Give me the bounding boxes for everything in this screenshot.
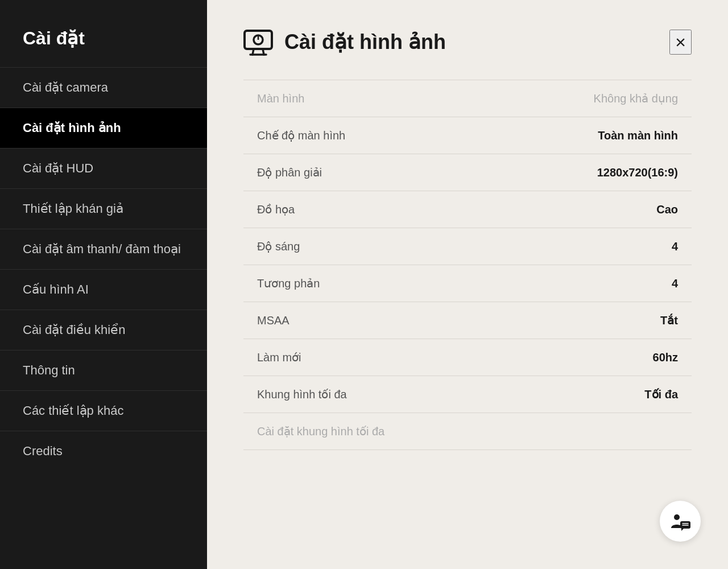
monitor-icon — [243, 27, 273, 57]
sidebar-item-thong-tin[interactable]: Thông tin — [0, 350, 207, 390]
sidebar-item-credits[interactable]: Credits — [0, 431, 207, 471]
setting-value-man-hinh: Không khả dụng — [468, 80, 692, 117]
sidebar-item-thiet-lap-khac[interactable]: Các thiết lập khác — [0, 390, 207, 431]
settings-row-man-hinh: Màn hìnhKhông khả dụng — [243, 80, 692, 117]
setting-value-do-phan-giai: 1280x720(16:9) — [468, 154, 692, 191]
close-button[interactable]: × — [669, 30, 692, 55]
setting-label-khung-hinh: Khung hình tối đa — [243, 376, 468, 413]
chat-icon — [669, 510, 692, 533]
page-title: Cài đặt hình ảnh — [284, 30, 446, 54]
main-header: Cài đặt hình ảnh × — [243, 27, 692, 57]
sidebar-item-hud[interactable]: Cài đặt HUD — [0, 148, 207, 188]
sidebar-item-camera[interactable]: Cài đặt camera — [0, 67, 207, 108]
setting-label-cai-dat-khung: Cài đặt khung hình tối đa — [243, 413, 468, 450]
setting-value-do-hoa: Cao — [468, 191, 692, 228]
setting-label-do-hoa: Đồ họa — [243, 191, 468, 228]
settings-row-do-sang[interactable]: Độ sáng4 — [243, 228, 692, 265]
setting-label-do-phan-giai: Độ phân giải — [243, 154, 468, 191]
settings-row-che-do[interactable]: Chế độ màn hìnhToàn màn hình — [243, 117, 692, 154]
setting-label-che-do: Chế độ màn hình — [243, 117, 468, 154]
sidebar-item-am-thanh[interactable]: Cài đặt âm thanh/ đàm thoại — [0, 229, 207, 269]
setting-value-khung-hinh: Tối đa — [468, 376, 692, 413]
settings-row-do-hoa[interactable]: Đồ họaCao — [243, 191, 692, 228]
header-left: Cài đặt hình ảnh — [243, 27, 446, 57]
settings-row-tuong-phan[interactable]: Tương phản4 — [243, 265, 692, 302]
setting-value-che-do: Toàn màn hình — [468, 117, 692, 154]
settings-row-msaa[interactable]: MSAATắt — [243, 302, 692, 339]
sidebar-item-khan-gia[interactable]: Thiết lập khán giả — [0, 188, 207, 229]
chat-button[interactable] — [660, 501, 701, 542]
setting-value-lam-moi: 60hz — [468, 339, 692, 376]
svg-marker-10 — [681, 529, 684, 531]
sidebar-title: Cài đặt — [0, 0, 207, 67]
settings-table: Màn hìnhKhông khả dụngChế độ màn hìnhToà… — [243, 80, 692, 450]
sidebar: Cài đặt Cài đặt cameraCài đặt hình ảnhCà… — [0, 0, 207, 569]
settings-row-khung-hinh[interactable]: Khung hình tối đaTối đa — [243, 376, 692, 413]
setting-value-msaa: Tắt — [468, 302, 692, 339]
setting-label-man-hinh: Màn hình — [243, 80, 468, 117]
setting-value-tuong-phan: 4 — [468, 265, 692, 302]
settings-row-lam-moi[interactable]: Làm mới60hz — [243, 339, 692, 376]
main-content: Cài đặt hình ảnh × Màn hìnhKhông khả dụn… — [207, 0, 728, 569]
setting-label-lam-moi: Làm mới — [243, 339, 468, 376]
setting-value-do-sang: 4 — [468, 228, 692, 265]
setting-value-cai-dat-khung — [468, 413, 692, 450]
sidebar-item-hinh-anh[interactable]: Cài đặt hình ảnh — [0, 108, 207, 148]
settings-row-cai-dat-khung: Cài đặt khung hình tối đa — [243, 413, 692, 450]
setting-label-do-sang: Độ sáng — [243, 228, 468, 265]
sidebar-item-dieu-khien[interactable]: Cài đặt điều khiển — [0, 310, 207, 350]
setting-label-msaa: MSAA — [243, 302, 468, 339]
setting-label-tuong-phan: Tương phản — [243, 265, 468, 302]
settings-row-do-phan-giai[interactable]: Độ phân giải1280x720(16:9) — [243, 154, 692, 191]
svg-point-6 — [674, 514, 680, 520]
sidebar-item-ai[interactable]: Cấu hình AI — [0, 269, 207, 310]
